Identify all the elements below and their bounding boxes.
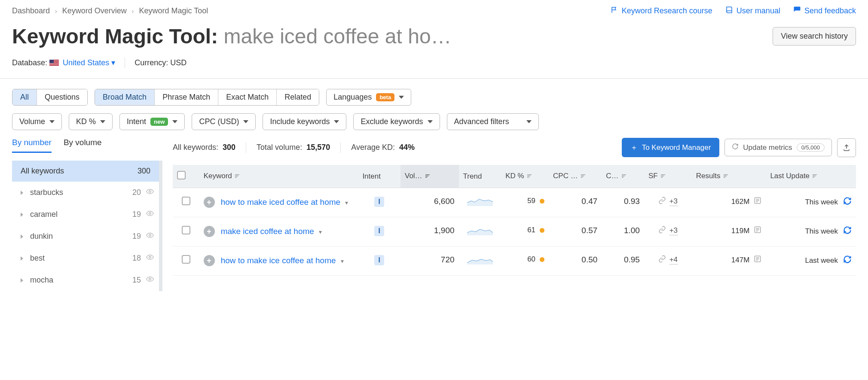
- svg-point-1: [149, 213, 151, 215]
- all-keywords-value: 300: [223, 143, 235, 152]
- sidebar-group-item[interactable]: starbucks 20: [12, 182, 159, 204]
- advanced-filters[interactable]: Advanced filters: [447, 113, 539, 130]
- page-title: Keyword Magic Tool: make iced coffee at …: [12, 24, 452, 48]
- update-metrics-button[interactable]: Update metrics 0/5,000: [724, 139, 832, 156]
- link-icon: [658, 197, 666, 207]
- chevron-down-icon: [526, 120, 532, 123]
- languages-dropdown[interactable]: Languages beta: [326, 89, 411, 106]
- send-feedback-link[interactable]: Send feedback: [793, 6, 856, 16]
- sort-icon: [425, 172, 430, 181]
- sidebar-group-item[interactable]: mocha 15: [12, 269, 159, 291]
- eye-icon[interactable]: [146, 188, 154, 198]
- refresh-icon[interactable]: [843, 197, 852, 207]
- segment-related[interactable]: Related: [277, 89, 319, 105]
- breadcrumb: Dashboard › Keyword Overview › Keyword M…: [12, 6, 208, 15]
- keyword-research-course-link[interactable]: Keyword Research course: [611, 6, 712, 16]
- tab-by-volume[interactable]: By volume: [64, 138, 102, 153]
- segment-all[interactable]: All: [12, 89, 37, 105]
- segment-broad-match[interactable]: Broad Match: [95, 89, 155, 105]
- sidebar-group-name: starbucks: [30, 188, 63, 197]
- eye-icon[interactable]: [146, 275, 154, 285]
- eye-icon[interactable]: [146, 210, 154, 219]
- kd-difficulty-dot: [540, 199, 544, 204]
- column-kd[interactable]: KD %: [501, 165, 549, 188]
- last-update-value: This week: [805, 227, 838, 236]
- add-keyword-button[interactable]: +: [204, 226, 215, 237]
- column-volume[interactable]: Vol…: [400, 165, 459, 188]
- column-cpc[interactable]: CPC …: [549, 165, 602, 188]
- breadcrumb-item[interactable]: Dashboard: [12, 6, 50, 15]
- sidebar-group-item[interactable]: dunkin 19: [12, 225, 159, 247]
- segment-questions[interactable]: Questions: [37, 89, 87, 105]
- chevron-down-icon[interactable]: ▾: [341, 257, 344, 266]
- view-search-history-button[interactable]: View search history: [773, 27, 856, 46]
- exclude-keywords-filter[interactable]: Exclude keywords: [353, 113, 440, 130]
- add-keyword-button[interactable]: +: [204, 255, 215, 266]
- sidebar-group-count: 15: [132, 276, 141, 285]
- keyword-link[interactable]: how to make iced coffee at home ▾: [221, 197, 348, 208]
- intent-filter[interactable]: Intent new: [119, 113, 185, 130]
- row-checkbox[interactable]: [182, 255, 190, 264]
- tab-by-number[interactable]: By number: [12, 138, 52, 153]
- column-trend[interactable]: Trend: [459, 165, 501, 188]
- chevron-right-icon: [21, 256, 23, 261]
- refresh-icon[interactable]: [843, 255, 852, 266]
- sf-count[interactable]: +3: [669, 197, 678, 206]
- kd-value: 60: [527, 255, 535, 264]
- sf-count[interactable]: +3: [669, 226, 678, 235]
- chevron-down-icon[interactable]: ▾: [345, 199, 348, 207]
- select-all-checkbox[interactable]: [177, 171, 186, 179]
- chevron-down-icon: [172, 120, 177, 123]
- kd-filter[interactable]: KD %: [69, 113, 113, 130]
- cpc-filter[interactable]: CPC (USD): [192, 113, 256, 130]
- eye-icon[interactable]: [146, 231, 154, 241]
- keyword-link[interactable]: make iced coffee at home ▾: [221, 226, 322, 237]
- sidebar-group-item[interactable]: best 18: [12, 247, 159, 269]
- row-checkbox[interactable]: [182, 226, 190, 234]
- segment-exact-match[interactable]: Exact Match: [218, 89, 277, 105]
- sort-icon: [660, 172, 666, 181]
- kd-value: 61: [527, 226, 535, 234]
- refresh-icon: [732, 143, 739, 152]
- svg-point-4: [149, 278, 151, 280]
- sf-count[interactable]: +4: [669, 255, 678, 264]
- kd-difficulty-dot: [540, 228, 544, 233]
- sidebar-group-count: 20: [132, 188, 141, 197]
- column-results[interactable]: Results: [692, 165, 766, 188]
- breadcrumb-item[interactable]: Keyword Magic Tool: [139, 6, 208, 15]
- serp-icon[interactable]: [754, 197, 761, 207]
- sort-icon: [527, 172, 532, 181]
- serp-icon[interactable]: [754, 255, 761, 265]
- export-button[interactable]: [837, 138, 856, 157]
- sidebar-all-keywords[interactable]: All keywords 300: [12, 161, 159, 182]
- breadcrumb-item[interactable]: Keyword Overview: [62, 6, 127, 15]
- new-badge: new: [150, 118, 168, 126]
- volume-filter[interactable]: Volume: [12, 113, 62, 130]
- user-manual-link[interactable]: User manual: [725, 6, 780, 16]
- column-keyword[interactable]: Keyword: [199, 165, 358, 188]
- refresh-icon[interactable]: [843, 226, 852, 237]
- include-keywords-filter[interactable]: Include keywords: [263, 113, 346, 130]
- sidebar-group-item[interactable]: caramel 19: [12, 204, 159, 225]
- sort-icon: [581, 172, 586, 181]
- sidebar-group-name: dunkin: [30, 232, 53, 241]
- to-keyword-manager-button[interactable]: ＋ To Keyword Manager: [622, 138, 720, 157]
- row-checkbox[interactable]: [182, 197, 190, 205]
- column-sf[interactable]: SF: [644, 165, 692, 188]
- serp-icon[interactable]: [754, 226, 761, 236]
- segment-phrase-match[interactable]: Phrase Match: [155, 89, 218, 105]
- database-selector[interactable]: United States ▾: [63, 58, 115, 67]
- keywords-table: Keyword Intent Vol… Trend KD % CPC … C…: [173, 165, 856, 276]
- intent-badge: I: [374, 226, 384, 236]
- column-last-update[interactable]: Last Update: [766, 165, 856, 188]
- chevron-down-icon: [334, 120, 339, 123]
- chevron-right-icon: ›: [55, 8, 57, 15]
- column-intent[interactable]: Intent: [358, 165, 400, 188]
- add-keyword-button[interactable]: +: [204, 197, 215, 208]
- keyword-link[interactable]: how to make ice coffee at home ▾: [221, 255, 344, 267]
- column-competition[interactable]: C…: [602, 165, 644, 188]
- eye-icon[interactable]: [146, 253, 154, 263]
- sort-icon: [621, 172, 627, 181]
- chevron-down-icon[interactable]: ▾: [319, 228, 322, 237]
- divider: [246, 143, 246, 153]
